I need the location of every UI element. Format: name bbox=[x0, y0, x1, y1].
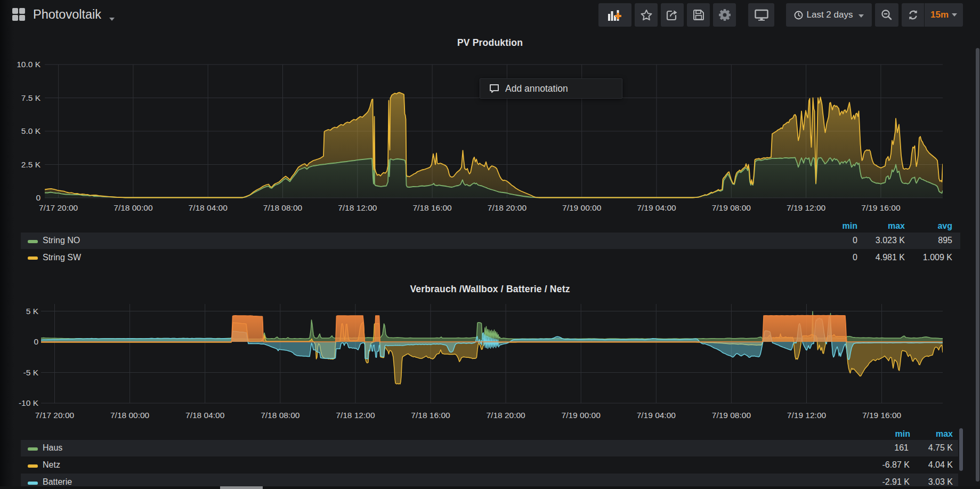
svg-text:7/18 04:00: 7/18 04:00 bbox=[185, 411, 225, 420]
svg-text:2.5 K: 2.5 K bbox=[21, 160, 41, 169]
svg-text:7/18 20:00: 7/18 20:00 bbox=[488, 203, 527, 212]
svg-text:7/19 04:00: 7/19 04:00 bbox=[637, 203, 676, 212]
svg-text:7/18 00:00: 7/18 00:00 bbox=[110, 411, 150, 420]
svg-text:7/19 08:00: 7/19 08:00 bbox=[712, 411, 751, 420]
svg-text:7/19 00:00: 7/19 00:00 bbox=[562, 203, 602, 212]
svg-text:10.0 K: 10.0 K bbox=[17, 60, 41, 69]
svg-text:0: 0 bbox=[36, 193, 41, 202]
svg-text:7/17 20:00: 7/17 20:00 bbox=[35, 411, 75, 420]
svg-text:7/19 08:00: 7/19 08:00 bbox=[712, 203, 751, 212]
svg-text:7.5 K: 7.5 K bbox=[21, 93, 41, 102]
svg-text:5 K: 5 K bbox=[26, 307, 39, 316]
svg-text:7/18 16:00: 7/18 16:00 bbox=[412, 203, 452, 212]
svg-text:-10 K: -10 K bbox=[19, 398, 39, 407]
svg-text:7/19 00:00: 7/19 00:00 bbox=[562, 411, 601, 420]
svg-text:7/18 12:00: 7/18 12:00 bbox=[336, 411, 375, 420]
svg-text:7/19 12:00: 7/19 12:00 bbox=[787, 203, 826, 212]
svg-text:7/19 16:00: 7/19 16:00 bbox=[862, 411, 902, 420]
svg-text:7/19 04:00: 7/19 04:00 bbox=[637, 411, 676, 420]
svg-text:7/18 04:00: 7/18 04:00 bbox=[189, 203, 228, 212]
svg-text:7/18 00:00: 7/18 00:00 bbox=[114, 203, 153, 212]
svg-text:0: 0 bbox=[34, 337, 38, 346]
svg-text:7/18 20:00: 7/18 20:00 bbox=[486, 411, 525, 420]
svg-text:7/18 08:00: 7/18 08:00 bbox=[261, 411, 300, 420]
svg-text:5.0 K: 5.0 K bbox=[21, 126, 41, 135]
svg-text:7/19 16:00: 7/19 16:00 bbox=[861, 203, 901, 212]
svg-text:7/18 16:00: 7/18 16:00 bbox=[411, 411, 450, 420]
svg-text:7/18 12:00: 7/18 12:00 bbox=[338, 203, 377, 212]
svg-text:-5 K: -5 K bbox=[23, 368, 39, 377]
svg-text:7/19 12:00: 7/19 12:00 bbox=[787, 411, 827, 420]
svg-text:7/18 08:00: 7/18 08:00 bbox=[263, 203, 303, 212]
svg-text:7/17 20:00: 7/17 20:00 bbox=[39, 203, 78, 212]
